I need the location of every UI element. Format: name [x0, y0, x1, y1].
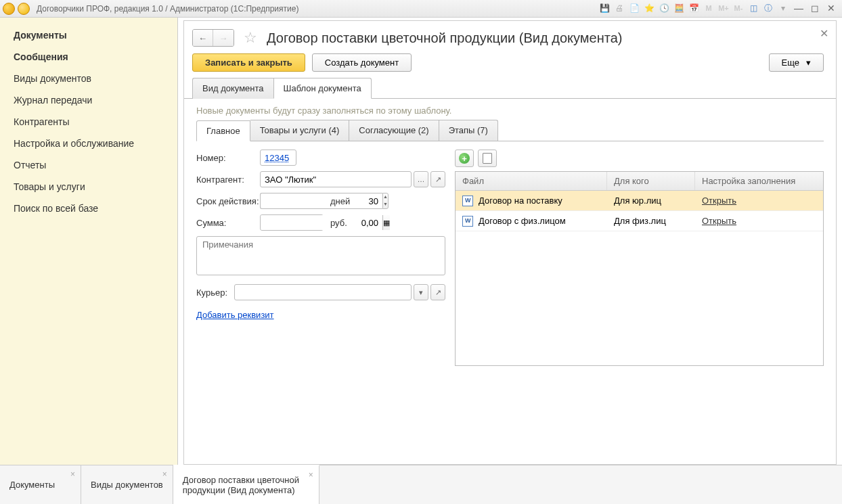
- open-link[interactable]: Открыть: [702, 216, 736, 226]
- sidebar-item-transfer-log[interactable]: Журнал передачи: [0, 89, 177, 111]
- more-button[interactable]: Еще ▾: [769, 53, 824, 72]
- calendar-icon[interactable]: 📅: [688, 2, 700, 14]
- sidebar-item-messages[interactable]: Сообщения: [0, 46, 177, 68]
- right-toolbar: +: [455, 150, 824, 167]
- save-and-close-button[interactable]: Записать и закрыть: [192, 53, 305, 72]
- create-document-button[interactable]: Создать документ: [312, 53, 412, 72]
- tab-main[interactable]: Главное: [196, 120, 250, 141]
- number-field[interactable]: 12345: [260, 150, 296, 166]
- m-plus-icon[interactable]: M+: [717, 2, 730, 14]
- print-icon[interactable]: 🖨: [613, 2, 625, 14]
- term-spinner[interactable]: ▲▼: [260, 193, 324, 209]
- nav-forward-button[interactable]: →: [213, 30, 234, 46]
- word-doc-icon: [462, 196, 473, 206]
- titlebar-right-icons: 💾 🖨 📄 ⭐ 🕓 🧮 📅 M M+ M- ◫ ⓘ ▾ — ◻ ✕: [598, 2, 838, 14]
- select-button[interactable]: …: [414, 171, 428, 187]
- form-left: Номер: 12345 Контрагент: ЗАО "Лютик" … ↗…: [196, 150, 445, 366]
- th-file[interactable]: Файл: [456, 172, 607, 190]
- form-split: Номер: 12345 Контрагент: ЗАО "Лютик" … ↗…: [184, 141, 836, 374]
- sum-label: Сумма:: [196, 218, 260, 228]
- tab-approvers[interactable]: Согласующие (2): [349, 120, 439, 141]
- close-tab-icon[interactable]: ×: [309, 470, 313, 480]
- cell-fill: Открыть: [695, 196, 823, 206]
- table-row[interactable]: Договор с физ.лицом Для физ.лиц Открыть: [456, 211, 823, 231]
- files-table: Файл Для кого Настройка заполнения Догов…: [455, 171, 824, 366]
- close-tab-icon[interactable]: ×: [70, 469, 75, 479]
- footer-tabs: Документы × Виды документов × Договор по…: [0, 465, 842, 504]
- th-fill[interactable]: Настройка заполнения: [695, 172, 823, 190]
- tab-goods[interactable]: Товары и услуги (4): [250, 120, 350, 141]
- maximize-button[interactable]: ◻: [808, 3, 822, 14]
- favorite-icon[interactable]: ⭐: [643, 2, 655, 14]
- spinner-arrows[interactable]: ▲▼: [382, 193, 389, 209]
- info-icon[interactable]: ⓘ: [762, 2, 774, 14]
- notes-textarea[interactable]: [196, 236, 445, 275]
- footer-tab-label: Договор поставки цветочной продукции (Ви…: [183, 475, 309, 495]
- row-sum: Сумма: ▦ руб.: [196, 214, 445, 231]
- inner-tabs-wrap: Главное Товары и услуги (4) Согласующие …: [184, 120, 836, 141]
- app-icon: [3, 3, 15, 15]
- cell-for-whom: Для юр.лиц: [607, 196, 695, 206]
- history-icon[interactable]: 🕓: [658, 2, 670, 14]
- add-row-button[interactable]: +: [455, 150, 474, 167]
- header-row: ← → ☆ Договор поставки цветочной продукц…: [184, 21, 836, 53]
- window-title: Договорчики ПРОФ, редакция 1.0 / Админис…: [37, 4, 298, 14]
- th-for-whom[interactable]: Для кого: [607, 172, 695, 190]
- close-tab-icon[interactable]: ×: [162, 469, 167, 479]
- term-input[interactable]: [260, 193, 382, 209]
- close-panel-button[interactable]: ✕: [820, 27, 828, 40]
- calculator-icon[interactable]: ▦: [382, 215, 390, 230]
- footer-tab-label: Документы: [9, 480, 55, 490]
- sidebar-item-contractors[interactable]: Контрагенты: [0, 111, 177, 133]
- open-link[interactable]: Открыть: [702, 196, 736, 206]
- contractor-label: Контрагент:: [196, 175, 260, 185]
- sidebar-item-settings[interactable]: Настройка и обслуживание: [0, 133, 177, 154]
- sum-field[interactable]: ▦: [260, 214, 324, 231]
- main-area: Документы Сообщения Виды документов Журн…: [0, 18, 842, 465]
- nav-back-button[interactable]: ←: [193, 30, 213, 46]
- footer-tab-documents[interactable]: Документы ×: [0, 465, 81, 504]
- split-icon[interactable]: ◫: [747, 2, 759, 14]
- sidebar-item-reports[interactable]: Отчеты: [0, 154, 177, 176]
- minimize-button[interactable]: —: [792, 3, 805, 14]
- tab-stages[interactable]: Этапы (7): [439, 120, 498, 141]
- add-requisite-link[interactable]: Добавить реквизит: [196, 310, 274, 320]
- titlebar: Договорчики ПРОФ, редакция 1.0 / Админис…: [0, 0, 842, 18]
- open-courier-button[interactable]: ↗: [430, 284, 445, 300]
- sum-input[interactable]: [261, 215, 382, 230]
- m-minus-icon[interactable]: M-: [732, 2, 745, 14]
- sidebar-item-documents[interactable]: Документы: [0, 24, 177, 46]
- row-term: Срок действия: ▲▼ дней: [196, 193, 445, 209]
- contractor-field[interactable]: ЗАО "Лютик": [260, 171, 412, 187]
- dropdown-button[interactable]: ▾: [414, 284, 428, 300]
- cell-file: Договор на поставку: [456, 196, 607, 206]
- calculator-icon[interactable]: 🧮: [673, 2, 685, 14]
- cell-for-whom: Для физ.лиц: [607, 216, 695, 226]
- new-doc-button[interactable]: [478, 150, 497, 167]
- chevron-down-icon: ▾: [806, 58, 811, 68]
- sidebar-item-search[interactable]: Поиск по всей базе: [0, 198, 177, 219]
- doc-icon[interactable]: 📄: [628, 2, 640, 14]
- file-name: Договор с физ.лицом: [479, 216, 566, 226]
- m-icon[interactable]: M: [703, 2, 715, 14]
- tab-doc-template[interactable]: Шаблон документа: [273, 78, 372, 99]
- row-number: Номер: 12345: [196, 150, 445, 166]
- chevron-down-icon[interactable]: ▾: [777, 2, 789, 14]
- sidebar-item-goods[interactable]: Товары и услуги: [0, 176, 177, 198]
- nav-buttons: ← →: [192, 29, 234, 47]
- close-window-button[interactable]: ✕: [824, 3, 838, 14]
- table-row[interactable]: Договор на поставку Для юр.лиц Открыть: [456, 191, 823, 211]
- sum-unit: руб.: [330, 218, 347, 228]
- inner-tabs: Главное Товары и услуги (4) Согласующие …: [196, 120, 824, 141]
- term-label: Срок действия:: [196, 196, 260, 206]
- open-button[interactable]: ↗: [430, 171, 445, 187]
- footer-tab-current[interactable]: Договор поставки цветочной продукции (Ви…: [173, 465, 319, 504]
- star-icon[interactable]: ☆: [244, 29, 257, 47]
- courier-field[interactable]: [234, 284, 412, 300]
- word-doc-icon: [462, 216, 473, 227]
- tab-doc-type[interactable]: Вид документа: [192, 78, 273, 99]
- page-title: Договор поставки цветочной продукции (Ви…: [267, 30, 622, 46]
- sidebar-item-doc-types[interactable]: Виды документов: [0, 68, 177, 89]
- footer-tab-doc-types[interactable]: Виды документов ×: [81, 465, 173, 504]
- save-icon[interactable]: 💾: [598, 2, 611, 14]
